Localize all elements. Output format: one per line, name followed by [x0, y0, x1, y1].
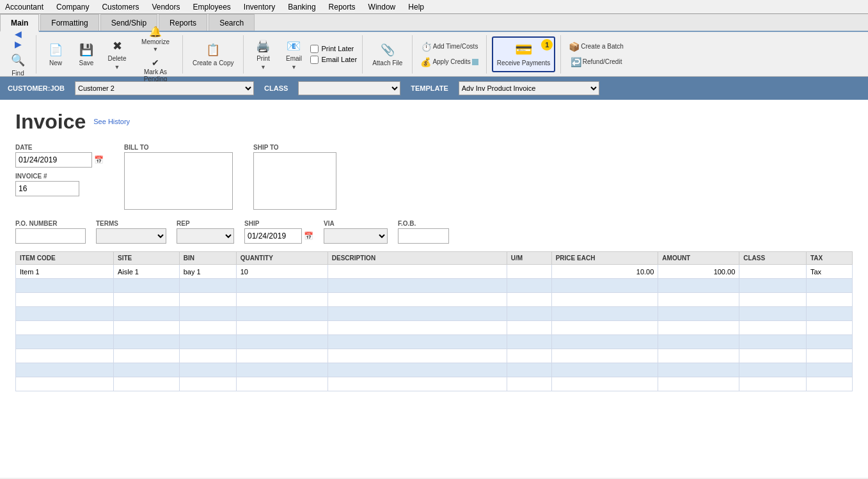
- table-cell[interactable]: [658, 307, 739, 321]
- customer-job-select[interactable]: Customer 2: [75, 81, 254, 95]
- table-cell[interactable]: 10.00: [551, 265, 658, 279]
- create-batch-button[interactable]: 📦 Create a Batch: [566, 40, 626, 53]
- table-cell[interactable]: [236, 279, 327, 293]
- create-copy-button[interactable]: 📋 Create a Copy: [188, 36, 238, 72]
- table-cell[interactable]: [739, 279, 807, 293]
- refund-credit-button[interactable]: ↩️ Refund/Credit: [566, 56, 626, 68]
- table-cell[interactable]: [806, 377, 852, 391]
- table-cell[interactable]: [179, 293, 236, 307]
- table-cell[interactable]: [658, 321, 739, 335]
- table-cell[interactable]: [236, 293, 327, 307]
- table-cell[interactable]: [739, 307, 807, 321]
- template-select[interactable]: Adv Inv Product Invoice: [459, 81, 599, 95]
- table-cell[interactable]: [806, 279, 852, 293]
- table-cell[interactable]: [236, 363, 327, 377]
- table-cell[interactable]: [113, 307, 179, 321]
- add-time-costs-button[interactable]: ⏱️ Add Time/Costs: [418, 40, 480, 53]
- table-cell[interactable]: Tax: [806, 265, 852, 279]
- table-cell[interactable]: [806, 349, 852, 363]
- table-row[interactable]: Item 1Aisle 1bay 11010.00100.00Tax: [16, 265, 853, 279]
- table-cell[interactable]: [739, 349, 807, 363]
- table-cell[interactable]: [179, 321, 236, 335]
- table-cell[interactable]: [113, 321, 179, 335]
- table-row[interactable]: [16, 307, 853, 321]
- table-cell[interactable]: [236, 377, 327, 391]
- table-cell[interactable]: [739, 293, 807, 307]
- next-arrow[interactable]: ▶: [15, 40, 22, 49]
- table-cell[interactable]: [739, 377, 807, 391]
- table-row[interactable]: [16, 293, 853, 307]
- table-cell[interactable]: [739, 335, 807, 349]
- table-cell[interactable]: [658, 363, 739, 377]
- table-cell[interactable]: [507, 363, 551, 377]
- table-cell[interactable]: [113, 349, 179, 363]
- table-row[interactable]: [16, 349, 853, 363]
- table-cell[interactable]: [739, 363, 807, 377]
- table-cell[interactable]: [236, 321, 327, 335]
- email-later-checkbox-row[interactable]: Email Later: [310, 56, 357, 64]
- invoice-num-input[interactable]: [15, 181, 79, 196]
- rep-select[interactable]: [177, 228, 234, 244]
- table-cell[interactable]: [16, 363, 114, 377]
- ship-date-input[interactable]: [244, 228, 302, 244]
- table-cell[interactable]: 10: [236, 265, 327, 279]
- tab-formatting[interactable]: Formatting: [40, 14, 99, 31]
- class-select[interactable]: [298, 81, 400, 95]
- table-cell[interactable]: [327, 265, 507, 279]
- table-cell[interactable]: [236, 349, 327, 363]
- table-cell[interactable]: [113, 363, 179, 377]
- table-cell[interactable]: [236, 335, 327, 349]
- table-cell[interactable]: [658, 293, 739, 307]
- bill-to-address[interactable]: [124, 152, 233, 210]
- fob-input[interactable]: [398, 228, 449, 244]
- table-cell[interactable]: [16, 307, 114, 321]
- table-cell[interactable]: [327, 363, 507, 377]
- table-cell[interactable]: [507, 307, 551, 321]
- email-later-checkbox[interactable]: [310, 56, 319, 64]
- table-cell[interactable]: [16, 377, 114, 391]
- print-button[interactable]: 🖨️ Print ▼: [249, 36, 277, 72]
- delete-button[interactable]: ✖ Delete ▼: [103, 36, 131, 72]
- table-cell[interactable]: Item 1: [16, 265, 114, 279]
- table-cell[interactable]: [113, 377, 179, 391]
- table-row[interactable]: [16, 363, 853, 377]
- table-cell[interactable]: [179, 377, 236, 391]
- table-cell[interactable]: [327, 349, 507, 363]
- table-cell[interactable]: [507, 377, 551, 391]
- menu-reports[interactable]: Reports: [326, 3, 358, 12]
- table-cell[interactable]: [327, 293, 507, 307]
- menu-inventory[interactable]: Inventory: [241, 3, 278, 12]
- table-cell[interactable]: [658, 349, 739, 363]
- table-cell[interactable]: [327, 279, 507, 293]
- table-cell[interactable]: [806, 363, 852, 377]
- table-cell[interactable]: [113, 279, 179, 293]
- table-cell[interactable]: [507, 293, 551, 307]
- date-input[interactable]: [15, 152, 92, 168]
- table-cell[interactable]: [551, 377, 658, 391]
- table-cell[interactable]: [113, 335, 179, 349]
- table-cell[interactable]: [739, 265, 807, 279]
- print-later-checkbox[interactable]: [310, 45, 319, 53]
- mark-pending-button[interactable]: ✔ Mark As Pending: [134, 56, 177, 84]
- email-button[interactable]: 📧 Email ▼: [280, 36, 308, 72]
- table-cell[interactable]: [179, 349, 236, 363]
- table-cell[interactable]: [551, 279, 658, 293]
- table-cell[interactable]: [179, 279, 236, 293]
- table-cell[interactable]: [16, 349, 114, 363]
- save-button[interactable]: 💾 Save: [72, 36, 100, 72]
- table-cell[interactable]: Aisle 1: [113, 265, 179, 279]
- new-button[interactable]: 📄 New: [42, 36, 70, 72]
- table-cell[interactable]: [507, 349, 551, 363]
- table-cell[interactable]: [551, 349, 658, 363]
- table-row[interactable]: [16, 377, 853, 391]
- table-cell[interactable]: [507, 321, 551, 335]
- menu-accountant[interactable]: Accountant: [3, 3, 46, 12]
- terms-select[interactable]: [96, 228, 166, 244]
- find-button[interactable]: 🔍 Find: [5, 50, 31, 79]
- table-cell[interactable]: [16, 335, 114, 349]
- table-cell[interactable]: [507, 279, 551, 293]
- table-cell[interactable]: [551, 335, 658, 349]
- tab-search[interactable]: Search: [209, 14, 255, 31]
- via-select[interactable]: [324, 228, 388, 244]
- receive-payments-button[interactable]: 💳 Receive Payments 1: [492, 36, 555, 72]
